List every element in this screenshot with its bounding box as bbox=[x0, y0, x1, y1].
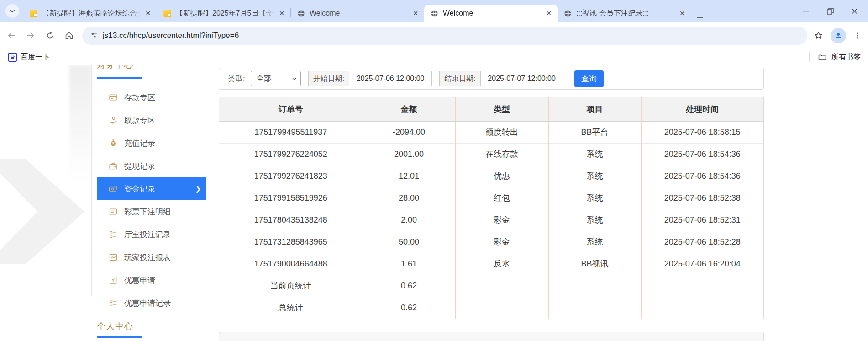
cell-type: 彩金 bbox=[455, 209, 548, 231]
home-button[interactable] bbox=[61, 28, 77, 43]
arrow-left-icon bbox=[6, 31, 16, 41]
back-button[interactable] bbox=[4, 28, 19, 43]
plus-icon bbox=[696, 14, 704, 22]
cell-time: 2025-07-06 18:52:38 bbox=[641, 187, 763, 209]
cell-type: 优惠 bbox=[455, 165, 548, 187]
cell-amount: 50.00 bbox=[363, 231, 455, 253]
svg-text:¥: ¥ bbox=[112, 142, 114, 145]
star-icon bbox=[814, 31, 823, 40]
sidebar-section-personal: 个人中心 bbox=[97, 320, 206, 332]
start-date-input[interactable] bbox=[349, 71, 432, 86]
reload-button[interactable] bbox=[42, 28, 58, 43]
browser-tab[interactable]: Welcome ✕ bbox=[291, 5, 424, 22]
window-restore-button[interactable] bbox=[827, 8, 834, 15]
window-minimize-button[interactable] bbox=[803, 8, 810, 15]
type-select[interactable]: 全部 bbox=[251, 71, 301, 86]
bookmark-star-button[interactable] bbox=[814, 31, 823, 40]
sidebar-item-lottery-bet-detail[interactable]: 彩票下注明细 bbox=[97, 200, 206, 223]
profile-avatar[interactable] bbox=[831, 28, 846, 43]
browser-tab-active[interactable]: Welcome ✕ bbox=[424, 5, 558, 22]
cell-summary-label: 当前页统计 bbox=[219, 275, 363, 297]
new-tab-button[interactable] bbox=[696, 14, 704, 22]
sidebar-item-label: 彩票下注明细 bbox=[124, 207, 171, 217]
chart-report-icon bbox=[109, 253, 118, 262]
url-text[interactable]: js13.cc/hhcp/usercenter.html?iniType=6 bbox=[103, 31, 239, 40]
sidebar-item-withdraw-zone[interactable]: 取款专区 bbox=[97, 109, 206, 132]
cell-project: BB视讯 bbox=[548, 253, 641, 275]
browser-menu-button[interactable] bbox=[853, 32, 862, 40]
sidebar-item-funds-record[interactable]: 资金记录 ❯ bbox=[97, 177, 206, 200]
cell-time: 2025-07-06 18:54:36 bbox=[641, 143, 763, 165]
cell-type: 反水 bbox=[455, 253, 548, 275]
browser-tab[interactable]: 【新提醒】海燕策略论坛综合交 ✕ bbox=[23, 5, 157, 22]
all-bookmarks-button[interactable]: 所有书签 bbox=[809, 52, 868, 62]
cell-project: 系统 bbox=[548, 231, 641, 253]
sidebar-item-label: 优惠申请 bbox=[124, 275, 155, 286]
table-summary-row-total: 总统计0.62 bbox=[219, 297, 763, 319]
globe-favicon-icon bbox=[297, 10, 305, 17]
table-summary-row-page: 当前页统计0.62 bbox=[219, 275, 763, 297]
money-bag-icon: ¥ bbox=[109, 139, 118, 148]
cell-type: 在线存款 bbox=[455, 143, 548, 165]
sidebar-item-withdrawal-record[interactable]: 提现记录 bbox=[97, 155, 206, 177]
cell-type: 彩金 bbox=[455, 231, 548, 253]
end-date-input[interactable] bbox=[480, 71, 563, 86]
tab-close-icon[interactable]: ✕ bbox=[144, 9, 152, 17]
tab-search-button[interactable] bbox=[5, 4, 19, 18]
sidebar-item-promo-apply-record[interactable]: 优惠申请记录 bbox=[97, 292, 206, 314]
tab-title: Welcome bbox=[310, 9, 409, 17]
reload-icon bbox=[45, 31, 55, 40]
browser-toolbar: js13.cc/hhcp/usercenter.html?iniType=6 bbox=[0, 22, 868, 49]
column-header-order-no: 订单号 bbox=[219, 97, 363, 121]
tab-close-icon[interactable]: ✕ bbox=[678, 9, 686, 17]
filter-bar: 类型: 全部 开始日期: 结束日期: 查询 bbox=[219, 68, 764, 90]
sidebar-item-label: 优惠申请记录 bbox=[124, 298, 171, 309]
cell-amount: 2.00 bbox=[363, 209, 455, 231]
list-document-icon bbox=[109, 207, 118, 216]
bookmark-baidu[interactable]: 百度一下 bbox=[8, 53, 50, 62]
tab-close-icon[interactable]: ✕ bbox=[545, 9, 553, 17]
cell-project: 系统 bbox=[548, 165, 641, 187]
browser-tab[interactable]: :::视讯 会员下注纪录::: ✕ bbox=[558, 5, 691, 22]
window-close-button[interactable] bbox=[851, 8, 858, 15]
table-header-row: 订单号 金额 类型 项目 处理时间 bbox=[219, 97, 763, 121]
folder-icon bbox=[818, 53, 827, 62]
sidebar-section-finance: 财务中心 bbox=[97, 65, 206, 71]
tab-title: Welcome bbox=[443, 9, 542, 17]
tab-close-icon[interactable]: ✕ bbox=[278, 9, 286, 17]
table-row: 175179927624182312.01优惠系统2025-07-06 18:5… bbox=[219, 165, 763, 187]
cell-summary-label: 总统计 bbox=[219, 297, 363, 319]
end-date-label: 结束日期: bbox=[439, 71, 480, 86]
grid-list-icon bbox=[109, 298, 118, 308]
bookmark-label: 百度一下 bbox=[21, 53, 50, 62]
table-row: 17517992762240522001.00在线存款系统2025-07-06 … bbox=[219, 143, 763, 165]
browser-tab[interactable]: 【新提醒】2025年7月5日【金 ✕ bbox=[157, 5, 290, 22]
cell-order-no: 1751780435138248 bbox=[219, 209, 363, 231]
tab-close-icon[interactable]: ✕ bbox=[411, 9, 420, 17]
home-icon bbox=[64, 31, 74, 40]
cell-amount: 1.61 bbox=[363, 253, 455, 275]
tab-title: 【新提醒】2025年7月5日【金 bbox=[176, 9, 275, 18]
table-row: 17517804351382482.00彩金系统2025-07-06 18:52… bbox=[219, 209, 763, 231]
cell-summary-amount: 0.62 bbox=[363, 275, 455, 297]
arrow-right-icon bbox=[26, 31, 36, 41]
sidebar-item-label: 取款专区 bbox=[124, 115, 155, 126]
sidebar-item-hall-bet-record[interactable]: 厅室投注记录 bbox=[97, 223, 206, 246]
address-bar[interactable]: js13.cc/hhcp/usercenter.html?iniType=6 bbox=[82, 27, 807, 45]
grid-list-icon bbox=[109, 230, 118, 239]
cell-type: 红包 bbox=[455, 187, 548, 209]
table-row: 175173128584396550.00彩金系统2025-07-06 18:5… bbox=[219, 231, 763, 253]
tab-separator bbox=[691, 8, 691, 17]
forward-button[interactable] bbox=[23, 28, 38, 43]
bookmarks-bar: 百度一下 所有书签 bbox=[0, 49, 868, 65]
cell-project: 系统 bbox=[548, 143, 641, 165]
sidebar-item-recharge-record[interactable]: ¥ 充值记录 bbox=[97, 132, 206, 155]
sidebar-item-deposit-zone[interactable]: 存款专区 bbox=[97, 86, 206, 109]
sidebar-item-label: 资金记录 bbox=[124, 184, 155, 194]
sidebar-item-promo-apply[interactable]: 优惠申请 bbox=[97, 269, 206, 292]
site-info-icon[interactable] bbox=[89, 31, 98, 40]
left-shadow-decoration bbox=[69, 65, 91, 180]
sidebar-item-player-bet-report[interactable]: 玩家投注报表 bbox=[97, 246, 206, 269]
query-button[interactable]: 查询 bbox=[574, 70, 604, 87]
tab-title: 【新提醒】海燕策略论坛综合交 bbox=[42, 9, 141, 18]
